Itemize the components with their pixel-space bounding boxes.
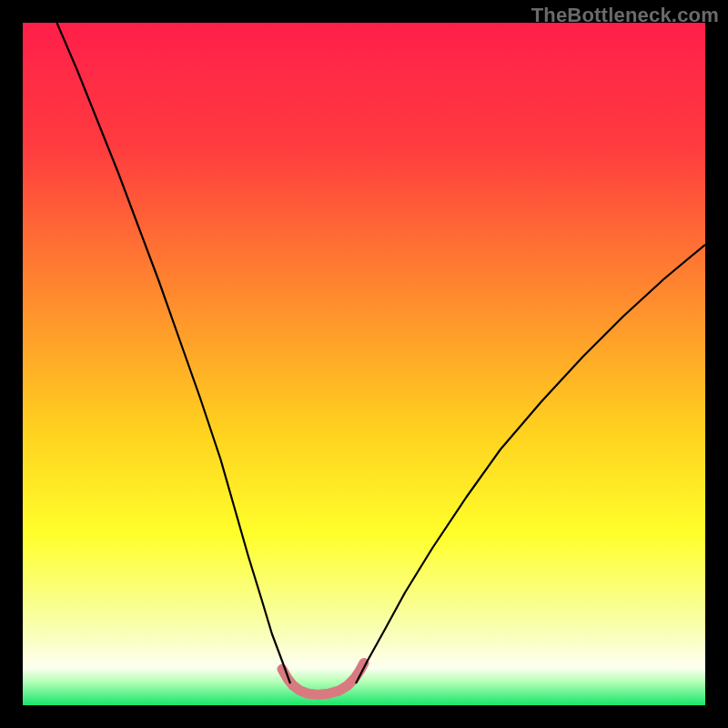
chart-frame: TheBottleneck.com (0, 0, 728, 728)
bottleneck-chart (23, 23, 705, 705)
chart-background (23, 23, 705, 705)
